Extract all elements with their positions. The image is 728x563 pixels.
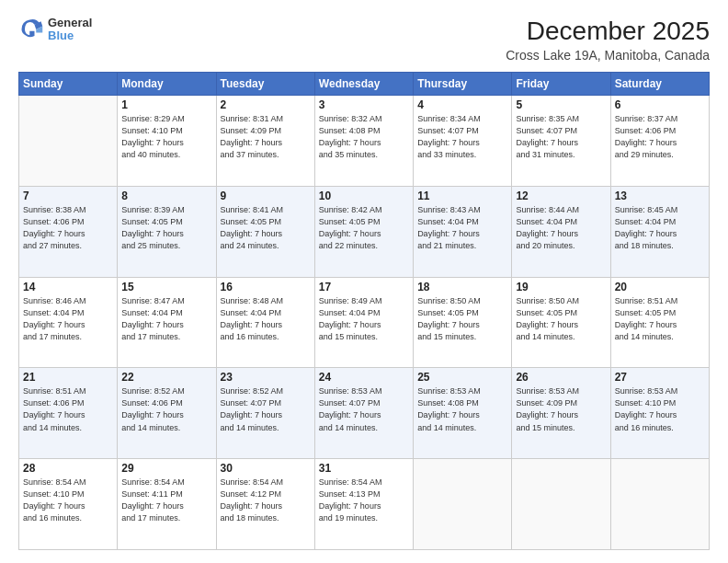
day-number: 18 <box>417 281 507 293</box>
day-number: 7 <box>23 190 113 202</box>
calendar-cell: 4Sunrise: 8:34 AM Sunset: 4:07 PM Daylig… <box>414 96 512 187</box>
day-info: Sunrise: 8:47 AM Sunset: 4:04 PM Dayligh… <box>121 295 211 343</box>
day-number: 24 <box>319 371 409 384</box>
header-row: SundayMondayTuesdayWednesdayThursdayFrid… <box>19 73 710 96</box>
day-info: Sunrise: 8:53 AM Sunset: 4:10 PM Dayligh… <box>615 385 705 433</box>
day-info: Sunrise: 8:31 AM Sunset: 4:09 PM Dayligh… <box>221 113 311 161</box>
day-info: Sunrise: 8:54 AM Sunset: 4:11 PM Dayligh… <box>121 477 211 524</box>
day-info: Sunrise: 8:52 AM Sunset: 4:07 PM Dayligh… <box>221 385 311 433</box>
day-number: 21 <box>23 371 113 384</box>
day-info: Sunrise: 8:53 AM Sunset: 4:08 PM Dayligh… <box>417 385 507 433</box>
calendar-title: December 2025 <box>506 17 710 46</box>
calendar-cell: 5Sunrise: 8:35 AM Sunset: 4:07 PM Daylig… <box>512 96 610 187</box>
calendar-cell <box>512 459 610 550</box>
calendar-cell: 7Sunrise: 8:38 AM Sunset: 4:06 PM Daylig… <box>19 186 118 277</box>
day-number: 15 <box>121 281 211 293</box>
calendar-cell: 23Sunrise: 8:52 AM Sunset: 4:07 PM Dayli… <box>216 368 314 459</box>
calendar-cell: 8Sunrise: 8:39 AM Sunset: 4:05 PM Daylig… <box>118 186 216 277</box>
calendar-header: SundayMondayTuesdayWednesdayThursdayFrid… <box>19 73 710 96</box>
calendar-cell: 14Sunrise: 8:46 AM Sunset: 4:04 PM Dayli… <box>19 277 118 368</box>
calendar-cell: 27Sunrise: 8:53 AM Sunset: 4:10 PM Dayli… <box>610 368 709 459</box>
day-number: 23 <box>221 371 311 384</box>
day-number: 14 <box>23 281 113 293</box>
calendar-cell <box>414 459 512 550</box>
day-info: Sunrise: 8:54 AM Sunset: 4:10 PM Dayligh… <box>23 477 113 524</box>
day-info: Sunrise: 8:51 AM Sunset: 4:06 PM Dayligh… <box>23 385 113 433</box>
day-number: 1 <box>121 98 211 111</box>
col-header-monday: Monday <box>118 73 216 96</box>
day-info: Sunrise: 8:39 AM Sunset: 4:05 PM Dayligh… <box>121 204 211 252</box>
calendar-cell: 16Sunrise: 8:48 AM Sunset: 4:04 PM Dayli… <box>216 277 314 368</box>
day-number: 22 <box>121 371 211 384</box>
day-info: Sunrise: 8:54 AM Sunset: 4:12 PM Dayligh… <box>221 477 311 524</box>
logo-text: General Blue <box>48 17 92 43</box>
day-info: Sunrise: 8:41 AM Sunset: 4:05 PM Dayligh… <box>221 204 311 252</box>
day-number: 31 <box>319 462 409 475</box>
page: General Blue December 2025 Cross Lake 19… <box>0 0 728 563</box>
day-info: Sunrise: 8:48 AM Sunset: 4:04 PM Dayligh… <box>221 295 311 343</box>
day-info: Sunrise: 8:49 AM Sunset: 4:04 PM Dayligh… <box>319 295 409 343</box>
calendar-cell: 28Sunrise: 8:54 AM Sunset: 4:10 PM Dayli… <box>19 459 118 550</box>
day-number: 13 <box>615 190 705 202</box>
col-header-thursday: Thursday <box>414 73 512 96</box>
day-number: 25 <box>417 371 507 384</box>
calendar-cell: 19Sunrise: 8:50 AM Sunset: 4:05 PM Dayli… <box>512 277 610 368</box>
day-info: Sunrise: 8:29 AM Sunset: 4:10 PM Dayligh… <box>121 113 211 161</box>
day-info: Sunrise: 8:32 AM Sunset: 4:08 PM Dayligh… <box>319 113 409 161</box>
calendar-cell: 24Sunrise: 8:53 AM Sunset: 4:07 PM Dayli… <box>314 368 413 459</box>
calendar-cell: 22Sunrise: 8:52 AM Sunset: 4:06 PM Dayli… <box>118 368 216 459</box>
day-number: 5 <box>516 98 606 111</box>
day-info: Sunrise: 8:45 AM Sunset: 4:04 PM Dayligh… <box>615 204 705 252</box>
title-area: December 2025 Cross Lake 19A, Manitoba, … <box>506 17 710 63</box>
day-info: Sunrise: 8:35 AM Sunset: 4:07 PM Dayligh… <box>516 113 606 161</box>
calendar-cell: 2Sunrise: 8:31 AM Sunset: 4:09 PM Daylig… <box>216 96 314 187</box>
calendar-cell <box>610 459 709 550</box>
day-number: 3 <box>319 98 409 111</box>
day-info: Sunrise: 8:34 AM Sunset: 4:07 PM Dayligh… <box>417 113 507 161</box>
calendar-cell <box>19 96 118 187</box>
calendar-cell: 17Sunrise: 8:49 AM Sunset: 4:04 PM Dayli… <box>314 277 413 368</box>
day-info: Sunrise: 8:42 AM Sunset: 4:05 PM Dayligh… <box>319 204 409 252</box>
day-number: 12 <box>516 190 606 202</box>
day-number: 8 <box>121 190 211 202</box>
day-number: 27 <box>615 371 705 384</box>
col-header-wednesday: Wednesday <box>314 73 413 96</box>
day-info: Sunrise: 8:51 AM Sunset: 4:05 PM Dayligh… <box>615 295 705 343</box>
logo-line2: Blue <box>48 29 92 42</box>
day-info: Sunrise: 8:38 AM Sunset: 4:06 PM Dayligh… <box>23 204 113 252</box>
calendar-cell: 31Sunrise: 8:54 AM Sunset: 4:13 PM Dayli… <box>314 459 413 550</box>
day-info: Sunrise: 8:37 AM Sunset: 4:06 PM Dayligh… <box>615 113 705 161</box>
day-info: Sunrise: 8:44 AM Sunset: 4:04 PM Dayligh… <box>516 204 606 252</box>
calendar-cell: 21Sunrise: 8:51 AM Sunset: 4:06 PM Dayli… <box>19 368 118 459</box>
calendar-cell: 11Sunrise: 8:43 AM Sunset: 4:04 PM Dayli… <box>414 186 512 277</box>
day-number: 19 <box>516 281 606 293</box>
logo-icon <box>18 17 44 42</box>
calendar-cell: 13Sunrise: 8:45 AM Sunset: 4:04 PM Dayli… <box>610 186 709 277</box>
day-number: 6 <box>615 98 705 111</box>
day-info: Sunrise: 8:54 AM Sunset: 4:13 PM Dayligh… <box>319 477 409 524</box>
day-number: 11 <box>417 190 507 202</box>
day-number: 20 <box>615 281 705 293</box>
day-info: Sunrise: 8:53 AM Sunset: 4:09 PM Dayligh… <box>516 385 606 433</box>
logo-line1: General <box>48 17 92 29</box>
calendar-cell: 6Sunrise: 8:37 AM Sunset: 4:06 PM Daylig… <box>610 96 709 187</box>
calendar-cell: 3Sunrise: 8:32 AM Sunset: 4:08 PM Daylig… <box>314 96 413 187</box>
logo: General Blue <box>18 17 92 43</box>
calendar-cell: 30Sunrise: 8:54 AM Sunset: 4:12 PM Dayli… <box>216 459 314 550</box>
calendar-cell: 18Sunrise: 8:50 AM Sunset: 4:05 PM Dayli… <box>414 277 512 368</box>
calendar-cell: 1Sunrise: 8:29 AM Sunset: 4:10 PM Daylig… <box>118 96 216 187</box>
day-info: Sunrise: 8:43 AM Sunset: 4:04 PM Dayligh… <box>417 204 507 252</box>
calendar-cell: 25Sunrise: 8:53 AM Sunset: 4:08 PM Dayli… <box>414 368 512 459</box>
calendar-cell: 15Sunrise: 8:47 AM Sunset: 4:04 PM Dayli… <box>118 277 216 368</box>
day-number: 17 <box>319 281 409 293</box>
calendar-table: SundayMondayTuesdayWednesdayThursdayFrid… <box>18 72 710 550</box>
col-header-tuesday: Tuesday <box>216 73 314 96</box>
day-number: 29 <box>121 462 211 475</box>
day-number: 2 <box>221 98 311 111</box>
col-header-saturday: Saturday <box>610 73 709 96</box>
week-row-1: 7Sunrise: 8:38 AM Sunset: 4:06 PM Daylig… <box>19 186 710 277</box>
day-number: 9 <box>221 190 311 202</box>
day-info: Sunrise: 8:46 AM Sunset: 4:04 PM Dayligh… <box>23 295 113 343</box>
day-info: Sunrise: 8:50 AM Sunset: 4:05 PM Dayligh… <box>417 295 507 343</box>
day-number: 28 <box>23 462 113 475</box>
